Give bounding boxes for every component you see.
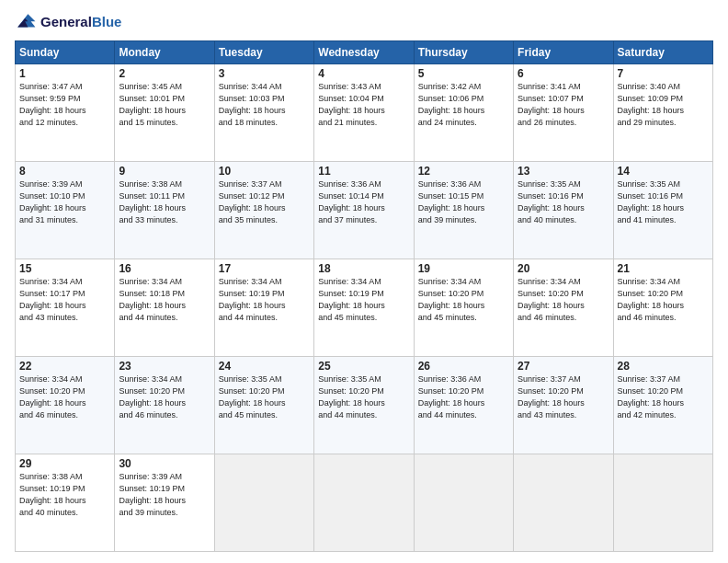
- calendar-table: SundayMondayTuesdayWednesdayThursdayFrid…: [15, 40, 713, 552]
- cell-info: Sunrise: 3:37 AMSunset: 10:20 PMDaylight…: [618, 373, 709, 421]
- calendar-week-3: 15Sunrise: 3:34 AMSunset: 10:17 PMDaylig…: [16, 259, 713, 357]
- day-number: 30: [119, 457, 210, 470]
- weekday-header-friday: Friday: [514, 41, 613, 64]
- calendar-cell: 15Sunrise: 3:34 AMSunset: 10:17 PMDaylig…: [16, 259, 115, 357]
- calendar-cell: 19Sunrise: 3:34 AMSunset: 10:20 PMDaylig…: [414, 259, 513, 357]
- cell-info: Sunrise: 3:37 AMSunset: 10:20 PMDaylight…: [518, 373, 609, 421]
- calendar-cell: 21Sunrise: 3:34 AMSunset: 10:20 PMDaylig…: [613, 259, 712, 357]
- cell-info: Sunrise: 3:34 AMSunset: 10:18 PMDaylight…: [119, 276, 210, 324]
- day-number: 17: [219, 262, 310, 275]
- page: GeneralBlue SundayMondayTuesdayWednesday…: [0, 0, 728, 563]
- weekday-header-wednesday: Wednesday: [314, 41, 414, 64]
- weekday-header-monday: Monday: [115, 41, 214, 64]
- calendar-cell: 9Sunrise: 3:38 AMSunset: 10:11 PMDayligh…: [115, 162, 214, 259]
- day-number: 25: [318, 360, 409, 373]
- calendar-cell: 23Sunrise: 3:34 AMSunset: 10:20 PMDaylig…: [115, 357, 214, 454]
- calendar-cell: [314, 454, 414, 552]
- cell-info: Sunrise: 3:35 AMSunset: 10:20 PMDaylight…: [318, 373, 409, 421]
- calendar-cell: 1Sunrise: 3:47 AMSunset: 9:59 PMDaylight…: [16, 64, 115, 162]
- calendar-cell: 18Sunrise: 3:34 AMSunset: 10:19 PMDaylig…: [314, 259, 414, 357]
- calendar-cell: 8Sunrise: 3:39 AMSunset: 10:10 PMDayligh…: [16, 162, 115, 259]
- day-number: 6: [518, 67, 609, 80]
- day-number: 23: [119, 360, 210, 373]
- calendar-cell: 3Sunrise: 3:44 AMSunset: 10:03 PMDayligh…: [214, 64, 313, 162]
- day-number: 7: [618, 67, 709, 80]
- calendar-cell: 4Sunrise: 3:43 AMSunset: 10:04 PMDayligh…: [314, 64, 414, 162]
- day-number: 11: [318, 165, 409, 178]
- cell-info: Sunrise: 3:40 AMSunset: 10:09 PMDaylight…: [618, 81, 709, 129]
- calendar-cell: 30Sunrise: 3:39 AMSunset: 10:19 PMDaylig…: [115, 454, 214, 552]
- cell-info: Sunrise: 3:35 AMSunset: 10:16 PMDaylight…: [618, 178, 709, 226]
- cell-info: Sunrise: 3:38 AMSunset: 10:19 PMDaylight…: [19, 471, 110, 519]
- cell-info: Sunrise: 3:36 AMSunset: 10:15 PMDaylight…: [418, 178, 509, 226]
- day-number: 2: [119, 67, 210, 80]
- calendar-cell: 22Sunrise: 3:34 AMSunset: 10:20 PMDaylig…: [16, 357, 115, 454]
- cell-info: Sunrise: 3:34 AMSunset: 10:20 PMDaylight…: [518, 276, 609, 324]
- day-number: 27: [518, 360, 609, 373]
- cell-info: Sunrise: 3:36 AMSunset: 10:20 PMDaylight…: [418, 373, 509, 421]
- calendar-cell: 5Sunrise: 3:42 AMSunset: 10:06 PMDayligh…: [414, 64, 513, 162]
- cell-info: Sunrise: 3:35 AMSunset: 10:20 PMDaylight…: [219, 373, 310, 421]
- calendar-cell: 7Sunrise: 3:40 AMSunset: 10:09 PMDayligh…: [613, 64, 712, 162]
- cell-info: Sunrise: 3:34 AMSunset: 10:20 PMDaylight…: [119, 373, 210, 421]
- cell-info: Sunrise: 3:34 AMSunset: 10:19 PMDaylight…: [318, 276, 409, 324]
- calendar-cell: 12Sunrise: 3:36 AMSunset: 10:15 PMDaylig…: [414, 162, 513, 259]
- day-number: 24: [219, 360, 310, 373]
- logo-icon: [15, 11, 37, 33]
- weekday-header-saturday: Saturday: [613, 41, 712, 64]
- cell-info: Sunrise: 3:37 AMSunset: 10:12 PMDaylight…: [219, 178, 310, 226]
- day-number: 9: [119, 165, 210, 178]
- day-number: 20: [518, 262, 609, 275]
- calendar-cell: [514, 454, 613, 552]
- day-number: 8: [19, 165, 110, 178]
- logo: GeneralBlue: [15, 11, 121, 33]
- day-number: 18: [318, 262, 409, 275]
- day-number: 14: [618, 165, 709, 178]
- calendar-cell: [214, 454, 313, 552]
- calendar-cell: 20Sunrise: 3:34 AMSunset: 10:20 PMDaylig…: [514, 259, 613, 357]
- calendar-cell: 6Sunrise: 3:41 AMSunset: 10:07 PMDayligh…: [514, 64, 613, 162]
- day-number: 12: [418, 165, 509, 178]
- cell-info: Sunrise: 3:39 AMSunset: 10:10 PMDaylight…: [19, 178, 110, 226]
- weekday-header-tuesday: Tuesday: [214, 41, 313, 64]
- calendar-week-4: 22Sunrise: 3:34 AMSunset: 10:20 PMDaylig…: [16, 357, 713, 454]
- calendar-cell: [613, 454, 712, 552]
- cell-info: Sunrise: 3:34 AMSunset: 10:20 PMDaylight…: [618, 276, 709, 324]
- day-number: 29: [19, 457, 110, 470]
- calendar-week-2: 8Sunrise: 3:39 AMSunset: 10:10 PMDayligh…: [16, 162, 713, 259]
- day-number: 19: [418, 262, 509, 275]
- calendar-cell: [414, 454, 513, 552]
- cell-info: Sunrise: 3:42 AMSunset: 10:06 PMDaylight…: [418, 81, 509, 129]
- day-number: 4: [318, 67, 409, 80]
- cell-info: Sunrise: 3:39 AMSunset: 10:19 PMDaylight…: [119, 471, 210, 519]
- cell-info: Sunrise: 3:34 AMSunset: 10:19 PMDaylight…: [219, 276, 310, 324]
- day-number: 1: [19, 67, 110, 80]
- calendar-cell: 2Sunrise: 3:45 AMSunset: 10:01 PMDayligh…: [115, 64, 214, 162]
- cell-info: Sunrise: 3:45 AMSunset: 10:01 PMDaylight…: [119, 81, 210, 129]
- cell-info: Sunrise: 3:47 AMSunset: 9:59 PMDaylight:…: [19, 81, 110, 129]
- day-number: 3: [219, 67, 310, 80]
- day-number: 21: [618, 262, 709, 275]
- calendar-week-1: 1Sunrise: 3:47 AMSunset: 9:59 PMDaylight…: [16, 64, 713, 162]
- day-number: 13: [518, 165, 609, 178]
- cell-info: Sunrise: 3:44 AMSunset: 10:03 PMDaylight…: [219, 81, 310, 129]
- cell-info: Sunrise: 3:34 AMSunset: 10:20 PMDaylight…: [19, 373, 110, 421]
- header: GeneralBlue: [15, 11, 713, 33]
- calendar-week-5: 29Sunrise: 3:38 AMSunset: 10:19 PMDaylig…: [16, 454, 713, 552]
- cell-info: Sunrise: 3:41 AMSunset: 10:07 PMDaylight…: [518, 81, 609, 129]
- calendar-cell: 28Sunrise: 3:37 AMSunset: 10:20 PMDaylig…: [613, 357, 712, 454]
- cell-info: Sunrise: 3:36 AMSunset: 10:14 PMDaylight…: [318, 178, 409, 226]
- day-number: 10: [219, 165, 310, 178]
- cell-info: Sunrise: 3:34 AMSunset: 10:20 PMDaylight…: [418, 276, 509, 324]
- calendar-cell: 27Sunrise: 3:37 AMSunset: 10:20 PMDaylig…: [514, 357, 613, 454]
- cell-info: Sunrise: 3:43 AMSunset: 10:04 PMDaylight…: [318, 81, 409, 129]
- calendar-cell: 17Sunrise: 3:34 AMSunset: 10:19 PMDaylig…: [214, 259, 313, 357]
- day-number: 28: [618, 360, 709, 373]
- calendar-cell: 26Sunrise: 3:36 AMSunset: 10:20 PMDaylig…: [414, 357, 513, 454]
- cell-info: Sunrise: 3:35 AMSunset: 10:16 PMDaylight…: [518, 178, 609, 226]
- calendar-cell: 11Sunrise: 3:36 AMSunset: 10:14 PMDaylig…: [314, 162, 414, 259]
- calendar-cell: 16Sunrise: 3:34 AMSunset: 10:18 PMDaylig…: [115, 259, 214, 357]
- calendar-cell: 24Sunrise: 3:35 AMSunset: 10:20 PMDaylig…: [214, 357, 313, 454]
- logo-text: GeneralBlue: [40, 15, 121, 30]
- calendar-cell: 14Sunrise: 3:35 AMSunset: 10:16 PMDaylig…: [613, 162, 712, 259]
